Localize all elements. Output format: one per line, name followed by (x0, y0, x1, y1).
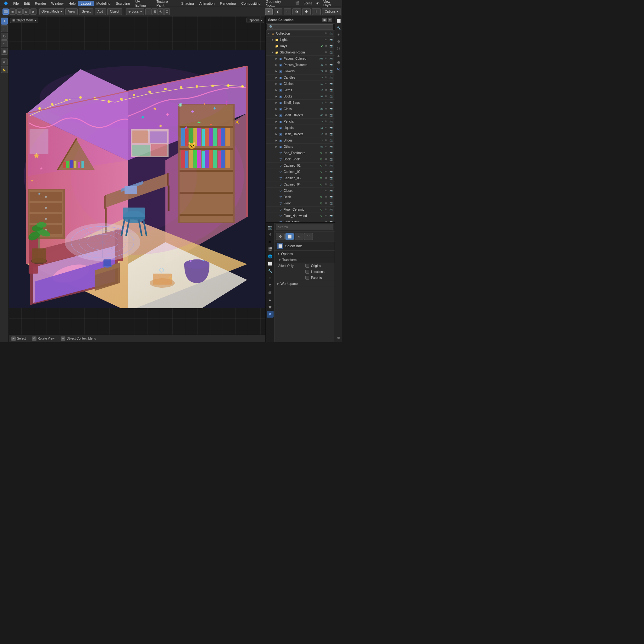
visibility-btn[interactable]: 👁 (324, 63, 328, 67)
tree-item-flowers[interactable]: ▶ ▣ Flowers 27 👁 📷 (266, 68, 335, 75)
transform-btn-1[interactable]: → (145, 8, 152, 15)
tree-item-floor-ceramic[interactable]: ▶ ▽ Floor_Ceramic ▽ 👁 📷 (266, 207, 335, 213)
visibility-btn[interactable]: 👁 (324, 50, 328, 55)
toolbar-icon-3[interactable]: ⊡ (16, 8, 23, 15)
visibility-btn[interactable]: 👁 (324, 38, 328, 42)
visibility-btn[interactable]: 👁 (324, 88, 328, 92)
triangle-btn[interactable]: ▽ (319, 208, 323, 212)
visibility-btn[interactable]: 👁 (324, 82, 328, 86)
viewport-mode-dropdown[interactable]: ⊞ Object Mode ▾ (10, 18, 38, 23)
tree-item-shoes[interactable]: ▶ ▣ Shoes 4 👁 📷 (266, 137, 335, 144)
visibility-btn[interactable]: 👁 (324, 44, 328, 48)
tab-uv-editing[interactable]: UV Editing (133, 0, 153, 7)
triangle-btn[interactable]: ▽ (319, 195, 323, 199)
toolbar-icon-4[interactable]: ⊟ (23, 8, 30, 15)
visibility-btn[interactable]: 👁 (324, 132, 328, 136)
viewport-shading-1[interactable]: ● (265, 8, 273, 15)
render-btn[interactable]: 📷 (329, 151, 333, 155)
render-btn[interactable]: 📷 (329, 63, 333, 67)
menu-render[interactable]: Render (32, 1, 49, 6)
viewport-shading-2[interactable]: ◐ (274, 8, 282, 15)
tree-item-bed-footboard[interactable]: ▶ ▽ Bed_Footboard ▽ 👁 📷 (266, 150, 335, 156)
tab-animation[interactable]: Animation (197, 1, 217, 6)
render-btn[interactable]: 📷 (329, 50, 333, 55)
tree-item-closet[interactable]: ▶ ▽ Closet 👁 📷 (266, 188, 335, 194)
workspace-section[interactable]: ▶ Workspace (275, 281, 335, 287)
render-btn[interactable]: 📷 (329, 208, 333, 212)
props-tab-output[interactable]: 🖨 (267, 231, 274, 238)
render-btn[interactable]: 📷 (329, 182, 333, 187)
tree-item-desk[interactable]: ▶ ▽ Desk ▽ 👁 📷 (266, 194, 335, 200)
tab-modeling[interactable]: Modeling (94, 1, 113, 6)
props-tab-modifier[interactable]: 🔧 (267, 267, 274, 274)
vert-icon-tool[interactable]: 🛠 (336, 66, 342, 72)
vert-icon-object[interactable]: ⬜ (336, 18, 342, 24)
pause-btn[interactable]: ⏸ (312, 8, 321, 15)
mode-dropdown[interactable]: Object Mode ▾ (39, 8, 64, 15)
tree-item-book-shelf[interactable]: ▶ ▽ Book_Shelf ▽ 👁 📷 (266, 156, 335, 163)
visibility-btn[interactable]: 👁 (324, 182, 328, 187)
menu-blender[interactable]: 🔷 (1, 1, 11, 6)
tab-layout[interactable]: Layout (78, 1, 94, 6)
tool-btn-select-lasso[interactable]: ⌒ (304, 233, 313, 240)
tree-item-floor-hardwood[interactable]: ▶ ▽ Floor_Hardwood ▽ 👁 📷 (266, 213, 335, 219)
render-btn[interactable]: 📷 (329, 31, 333, 36)
tool-btn-select-box[interactable]: ⬜ (285, 233, 294, 240)
render-btn[interactable]: 📷 (329, 69, 333, 74)
triangle-btn[interactable]: ▽ (319, 151, 323, 155)
props-tab-tool[interactable]: 🛠 (267, 311, 274, 318)
tool-scale[interactable]: ⤡ (1, 40, 8, 47)
tree-item-others[interactable]: ▶ ▣ Others 56 👁 📷 (266, 144, 335, 150)
triangle-btn[interactable]: ▽ (319, 182, 323, 187)
tree-item-floor[interactable]: ▶ ▽ Floor ▽ 👁 📷 (266, 200, 335, 207)
render-btn[interactable]: 📷 (329, 101, 333, 105)
tool-annotate[interactable]: ✏ (1, 58, 8, 65)
visibility-btn[interactable]: 👁 (324, 214, 328, 218)
tree-item-stephanies-room[interactable]: ▼ 📁 Stephanies Room 👁 📷 (266, 49, 335, 56)
visibility-btn[interactable]: 👁 (324, 75, 328, 80)
render-btn[interactable]: 📷 (329, 44, 333, 48)
render-btn[interactable]: 📷 (329, 82, 333, 86)
render-btn[interactable]: 📷 (329, 145, 333, 149)
tree-item-rays[interactable]: ▶ 📁 Rays ✔ 👁 📷 (266, 43, 335, 49)
tree-item-gem-shelf[interactable]: ▶ ▽ Gem_Shelf 👁 📷 (266, 219, 335, 222)
view-layer-icon[interactable]: 👁 (314, 1, 322, 6)
options-btn[interactable]: Options ▾ (322, 8, 341, 15)
render-btn[interactable]: 📷 (329, 94, 333, 99)
tree-item-cabined-03[interactable]: ▶ ▽ Cabined_03 ▽ 👁 📷 (266, 175, 335, 181)
outliner-filter-btn[interactable]: ⊞ (322, 18, 327, 22)
viewport-shading-4[interactable]: ◑ (292, 8, 301, 15)
vert-icon-particles[interactable]: ✦ (336, 31, 342, 38)
visibility-btn[interactable]: 👁 (324, 157, 328, 162)
render-btn[interactable]: 📷 (329, 126, 333, 130)
triangle-btn[interactable]: ▽ (319, 170, 323, 174)
render-btn[interactable]: 📷 (329, 220, 333, 222)
tree-item-cabined-02[interactable]: ▶ ▽ Cabined_02 ▽ 👁 📷 (266, 169, 335, 175)
tree-item-collection[interactable]: ▼ ⊞ Collection 👁 📷 (266, 31, 335, 37)
scene-icon[interactable]: 🎬 (293, 1, 302, 6)
props-tab-render[interactable]: 📷 (267, 224, 274, 231)
visibility-btn[interactable]: 👁 (324, 208, 328, 212)
tree-item-papers-colored[interactable]: ▶ ▣ Papers_Colored 101 👁 📷 (266, 56, 335, 62)
visibility-btn[interactable]: 👁 (324, 164, 328, 168)
props-tab-physics[interactable]: ⚙ (267, 282, 274, 289)
tool-btn-select-circle[interactable]: ○ (295, 233, 303, 240)
vert-icon-constraint[interactable]: ⛓ (336, 45, 342, 52)
visibility-btn[interactable]: 👁 (324, 126, 328, 130)
visibility-btn[interactable]: 👁 (324, 101, 328, 105)
options-section-header[interactable]: ▼ Options (275, 251, 335, 257)
tree-item-glass[interactable]: ▶ ▣ Glass 23 👁 📷 (266, 106, 335, 112)
tool-cursor[interactable]: ✛ (1, 18, 8, 25)
toolbar-icon-5[interactable]: ⊠ (30, 8, 36, 15)
render-btn[interactable]: 📷 (329, 88, 333, 92)
props-tab-constraint[interactable]: ⛓ (267, 289, 274, 296)
visibility-btn[interactable]: 👁 (324, 113, 328, 118)
render-btn[interactable]: 📷 (329, 170, 333, 174)
viewport[interactable]: ✦ ★ ✦ ✺ ★ ✦ ✦ ☾ ✦ ✺ ★ ✦ ✦ ☀ 🐱 (9, 16, 265, 342)
tab-rendering[interactable]: Rendering (217, 1, 238, 6)
render-btn[interactable]: 📷 (329, 138, 333, 143)
render-btn[interactable]: 📷 (329, 38, 333, 42)
outliner-sort-btn[interactable]: ≡ (328, 18, 332, 22)
transform-dropdown[interactable]: ⊕ Local ▾ (126, 8, 144, 15)
props-tab-object[interactable]: ⬜ (267, 260, 274, 267)
